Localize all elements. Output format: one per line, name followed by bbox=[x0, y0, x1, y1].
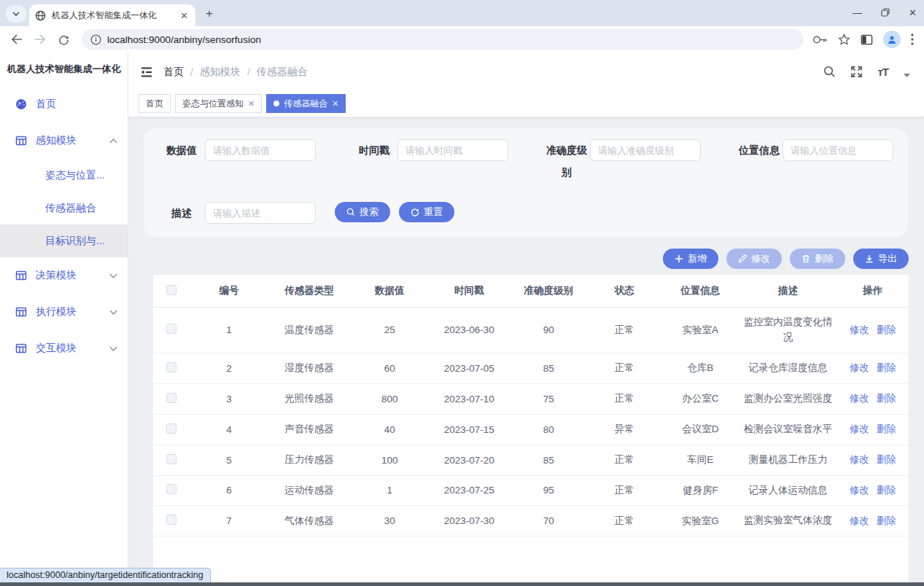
row-delete-link[interactable]: 删除 bbox=[877, 454, 896, 465]
row-checkbox[interactable] bbox=[166, 393, 176, 403]
sidebar-subitem-1-1[interactable]: 传感器融合 bbox=[0, 192, 128, 224]
sidebar-item-4[interactable]: 交互模块 bbox=[0, 330, 128, 367]
refresh-icon bbox=[411, 208, 419, 216]
tab-传感器融合[interactable]: 传感器融合✕ bbox=[266, 94, 346, 113]
column-header: 数据值 bbox=[351, 275, 429, 308]
chevron-down-icon bbox=[12, 12, 20, 16]
edit-button[interactable]: 修改 bbox=[726, 249, 782, 269]
row-checkbox[interactable] bbox=[166, 454, 176, 464]
sidebar-fold-button[interactable] bbox=[140, 66, 153, 78]
sidebar-subitem-1-2[interactable]: 目标识别与... bbox=[0, 224, 128, 257]
cell-type: 湿度传感器 bbox=[268, 353, 351, 383]
search-icon bbox=[346, 208, 355, 216]
fullscreen-icon[interactable] bbox=[850, 66, 863, 78]
search-button[interactable]: 搜索 bbox=[335, 202, 390, 222]
export-button[interactable]: 导出 bbox=[853, 249, 909, 269]
row-checkbox[interactable] bbox=[166, 423, 176, 434]
cell-id: 2 bbox=[190, 353, 268, 383]
row-edit-link[interactable]: 修改 bbox=[850, 485, 869, 496]
tab-close-icon[interactable]: ✕ bbox=[332, 99, 338, 109]
address-bar[interactable]: localhost:9000/anbiny/sensorfusion bbox=[82, 29, 804, 50]
row-checkbox[interactable] bbox=[166, 515, 176, 525]
site-info-icon[interactable] bbox=[90, 34, 101, 45]
tab-close-icon[interactable]: ✕ bbox=[179, 10, 190, 21]
select-all-checkbox[interactable] bbox=[166, 285, 176, 295]
browser-menu-icon[interactable] bbox=[911, 34, 914, 45]
sidebar-subitem-1-0[interactable]: 姿态与位置... bbox=[0, 159, 128, 192]
sidebar-item-1[interactable]: 感知模块 bbox=[0, 122, 128, 159]
search-field-label: 位置信息 bbox=[736, 139, 783, 161]
top-navbar: 首页/感知模块/传感器融合 тT bbox=[128, 52, 924, 91]
row-edit-link[interactable]: 修改 bbox=[850, 423, 869, 434]
search-input-3[interactable] bbox=[783, 139, 893, 161]
sidebar-item-3[interactable]: 执行模块 bbox=[0, 294, 128, 330]
tags-view-bar: 首页姿态与位置感知✕传感器融合✕ bbox=[128, 91, 924, 117]
delete-button[interactable]: 删除 bbox=[790, 249, 845, 269]
sidebar-item-0[interactable]: 首页 bbox=[0, 86, 128, 122]
browser-tab[interactable]: 机器人技术智能集成一体化 ✕ bbox=[29, 4, 195, 26]
window-minimize-button[interactable]: — bbox=[853, 7, 862, 18]
forward-button[interactable] bbox=[31, 30, 50, 49]
breadcrumb-separator: / bbox=[247, 66, 250, 78]
profile-avatar[interactable] bbox=[883, 31, 901, 48]
cell-desc: 监测实验室气体浓度 bbox=[739, 506, 837, 536]
bookmark-star-icon[interactable] bbox=[838, 34, 850, 46]
row-checkbox[interactable] bbox=[166, 324, 176, 334]
row-edit-link[interactable]: 修改 bbox=[850, 324, 869, 335]
sidebar-item-2[interactable]: 决策模块 bbox=[0, 257, 128, 294]
module-icon bbox=[15, 306, 27, 318]
row-delete-link[interactable]: 删除 bbox=[877, 393, 896, 404]
module-icon bbox=[15, 343, 27, 354]
new-tab-button[interactable]: + bbox=[200, 4, 219, 23]
search-input-1[interactable] bbox=[397, 139, 508, 161]
row-edit-link[interactable]: 修改 bbox=[850, 393, 869, 404]
tab-close-icon[interactable]: ✕ bbox=[248, 99, 255, 109]
trash-icon bbox=[801, 254, 810, 263]
font-size-icon[interactable]: тT bbox=[877, 66, 888, 78]
cell-status: 正常 bbox=[588, 353, 661, 383]
row-delete-link[interactable]: 删除 bbox=[877, 485, 896, 496]
row-delete-link[interactable]: 删除 bbox=[877, 423, 896, 434]
search-input-4[interactable] bbox=[205, 202, 316, 224]
browser-toolbar: localhost:9000/anbiny/sensorfusion bbox=[0, 26, 924, 52]
row-checkbox[interactable] bbox=[166, 362, 176, 372]
search-field-label: 时间戳 bbox=[351, 139, 397, 161]
search-input-2[interactable] bbox=[590, 139, 701, 161]
data-table-card: 编号传感器类型数据值时间戳准确度级别状态位置信息描述操作 1温度传感器25202… bbox=[153, 275, 909, 586]
row-edit-link[interactable]: 修改 bbox=[850, 454, 869, 465]
side-panel-icon[interactable] bbox=[861, 34, 873, 46]
reset-button[interactable]: 重置 bbox=[399, 202, 454, 222]
cell-actions: 修改删除 bbox=[837, 383, 909, 414]
reload-button[interactable] bbox=[54, 30, 73, 49]
breadcrumb-item-0[interactable]: 首页 bbox=[163, 66, 184, 79]
password-key-icon[interactable] bbox=[812, 35, 828, 44]
row-delete-link[interactable]: 删除 bbox=[877, 515, 896, 526]
row-checkbox[interactable] bbox=[166, 484, 176, 494]
active-tab-dot bbox=[273, 101, 279, 106]
tab-姿态与位置感知[interactable]: 姿态与位置感知✕ bbox=[175, 94, 262, 113]
row-delete-link[interactable]: 删除 bbox=[877, 362, 896, 373]
cell-type: 压力传感器 bbox=[268, 445, 351, 475]
cell-status: 正常 bbox=[588, 445, 661, 475]
browser-tab-strip: 机器人技术智能集成一体化 ✕ + — ✕ bbox=[0, 0, 924, 26]
table-row: 1温度传感器252023-06-3090正常实验室A监控室内温度变化情况修改删除 bbox=[153, 308, 909, 353]
tab-search-button[interactable] bbox=[6, 5, 26, 23]
search-input-0[interactable] bbox=[205, 139, 316, 161]
search-field-3: 位置信息 bbox=[736, 139, 893, 161]
table-toolbar: 新增 修改 删除 导出 bbox=[143, 249, 909, 269]
cell-value: 40 bbox=[351, 414, 429, 445]
cell-type: 运动传感器 bbox=[268, 475, 351, 506]
tab-首页[interactable]: 首页 bbox=[139, 94, 171, 113]
row-edit-link[interactable]: 修改 bbox=[850, 362, 869, 373]
user-dropdown-caret-icon[interactable] bbox=[903, 73, 911, 78]
cell-actions: 修改删除 bbox=[837, 353, 909, 383]
search-field-4: 描述 bbox=[158, 202, 316, 224]
window-close-button[interactable]: ✕ bbox=[909, 7, 917, 18]
back-button[interactable] bbox=[7, 30, 26, 49]
row-edit-link[interactable]: 修改 bbox=[850, 515, 869, 526]
window-restore-button[interactable] bbox=[881, 8, 890, 17]
add-button[interactable]: 新增 bbox=[663, 249, 718, 269]
plus-icon bbox=[675, 254, 683, 263]
row-delete-link[interactable]: 删除 bbox=[877, 324, 896, 335]
header-search-icon[interactable] bbox=[823, 66, 836, 78]
